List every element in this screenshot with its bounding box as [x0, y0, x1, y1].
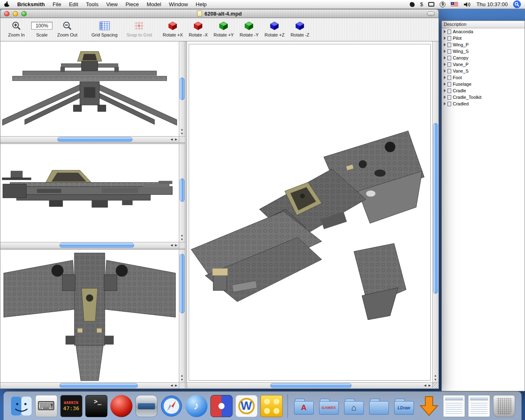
horizontal-scrollbar[interactable]: ◀▶ [0, 382, 179, 388]
zoom-button[interactable] [21, 11, 27, 16]
front-view[interactable] [0, 41, 179, 136]
disclosure-triangle-icon[interactable] [444, 43, 446, 46]
rotate-minus-y-button[interactable]: Rotate -Y [237, 20, 261, 37]
dock-keyboard-icon[interactable]: ⌨ [35, 395, 57, 417]
disclosure-triangle-icon[interactable] [444, 50, 446, 53]
drawer-item-wing-p[interactable]: Wing_P [442, 41, 525, 48]
description-column-header[interactable]: Description [442, 21, 525, 28]
side-view-pane[interactable]: ▲▼ ◀▶ [0, 144, 185, 248]
scrollbar-thumb[interactable] [59, 383, 138, 388]
drawer-item-vane-s[interactable]: Vane_S [442, 68, 525, 74]
scrollbar-thumb[interactable] [180, 178, 185, 202]
disclosure-triangle-icon[interactable] [444, 37, 446, 40]
horizontal-scrollbar[interactable]: ◀▶ [0, 242, 179, 248]
rotate-plus-x-button[interactable]: Rotate +X [161, 20, 185, 37]
vertical-scrollbar[interactable]: ▲▼ [179, 144, 185, 242]
dock-fink-can-icon[interactable] [135, 395, 158, 417]
vertical-scrollbar[interactable]: ▲▼ [432, 41, 438, 382]
dock-finder-icon[interactable] [10, 395, 32, 417]
scrollbar-thumb[interactable] [57, 137, 132, 142]
rotate-minus-x-button[interactable]: Rotate -X [186, 20, 210, 37]
dock-switch-app-icon[interactable] [210, 395, 233, 417]
disclosure-triangle-icon[interactable] [444, 56, 446, 59]
menu-file[interactable]: File [52, 1, 61, 7]
apple-menu-icon[interactable] [4, 1, 9, 7]
drawer-item-anaconda[interactable]: Anaconda [442, 28, 525, 35]
vertical-scrollbar[interactable]: ▲▼ [179, 250, 185, 382]
drawer-item-foot[interactable]: Foot [442, 74, 525, 81]
top-view[interactable] [0, 250, 179, 382]
dock-safari-icon[interactable] [160, 395, 183, 417]
input-flag-icon[interactable] [451, 2, 458, 7]
dock-download-arrow-icon[interactable] [418, 395, 440, 417]
dock-minimized-window-icon[interactable] [468, 395, 490, 417]
menu-edit[interactable]: Edit [69, 1, 78, 7]
menu-model[interactable]: Model [146, 1, 161, 7]
disclosure-triangle-icon[interactable] [444, 102, 446, 105]
scrollbar-thumb[interactable] [270, 383, 351, 388]
drawer-item-fuselage[interactable]: Fuselage [442, 81, 525, 87]
dock-terminal-icon[interactable]: >_ [85, 395, 107, 417]
drawer-item-pilot[interactable]: Pilot [442, 35, 525, 41]
disclosure-triangle-icon[interactable] [444, 89, 446, 92]
zoom-out-button[interactable]: Zoom Out [55, 20, 79, 37]
rotate-minus-z-button[interactable]: Rotate -Z [288, 20, 312, 37]
toolbar-toggle-button[interactable] [427, 11, 435, 16]
zoom-in-button[interactable]: Zoom In [5, 20, 28, 37]
scale-input[interactable]: 100% [31, 22, 52, 30]
scrollbar-thumb[interactable] [180, 254, 185, 313]
drawer-item-cradled[interactable]: Cradled [442, 100, 525, 107]
menu-bricksmith[interactable]: Bricksmith [17, 1, 45, 7]
spotlight-icon[interactable] [513, 0, 521, 8]
disclosure-triangle-icon[interactable] [444, 69, 446, 73]
classic-menu-extra-icon[interactable]: 9 [440, 2, 445, 7]
dock-folder-ldraw-icon[interactable]: LDraw [393, 395, 415, 417]
disclosure-triangle-icon[interactable] [444, 63, 446, 66]
menu-view[interactable]: View [106, 1, 118, 7]
horizontal-scrollbar[interactable]: ◀▶ [187, 382, 432, 388]
dock-bricksmith-icon[interactable] [260, 395, 283, 417]
side-view[interactable] [0, 144, 179, 242]
dock-folder-home-icon[interactable]: ⌂ [343, 395, 365, 417]
dock-w-app-icon[interactable]: W [235, 395, 258, 417]
menu-help[interactable]: Help [196, 1, 207, 7]
drawer-item-cradle-toolkit[interactable]: Cradle_Toolkit [442, 94, 525, 100]
dock-folder-games-icon[interactable]: GAMES [318, 395, 340, 417]
dock-itunes-icon[interactable]: ♪ [185, 395, 208, 417]
dock-folder-applications-icon[interactable]: A [293, 395, 315, 417]
dock-lcd-monitor-icon[interactable]: WARNIN47:36 [60, 395, 82, 417]
vertical-scrollbar[interactable]: ▲▼ [179, 41, 185, 136]
front-view-pane[interactable]: ▲▼ ◀▶ [0, 41, 185, 142]
rotate-plus-z-button[interactable]: Rotate +Z [262, 20, 286, 37]
drawer-item-vane-p[interactable]: Vane_P [442, 61, 525, 68]
minimize-button[interactable] [13, 11, 18, 16]
displays-menu-extra-icon[interactable] [428, 2, 434, 7]
drawer-item-wing-s[interactable]: Wing_S [442, 48, 525, 55]
scrollbar-thumb[interactable] [59, 243, 135, 248]
perspective-view[interactable] [189, 44, 431, 381]
scrollbar-thumb[interactable] [433, 123, 438, 294]
dock-trash-icon[interactable] [493, 395, 515, 417]
snap-to-grid-button[interactable]: Snap to Grid [127, 20, 152, 37]
disclosure-triangle-icon[interactable] [444, 76, 446, 79]
rotate-plus-y-button[interactable]: Rotate +Y [212, 20, 235, 37]
dock-red-app-icon[interactable] [110, 395, 132, 417]
close-button[interactable] [4, 11, 9, 16]
disclosure-triangle-icon[interactable] [444, 82, 446, 86]
grid-spacing-button[interactable]: Grid Spacing [91, 20, 118, 37]
menu-window[interactable]: Window [169, 1, 188, 7]
top-view-pane[interactable]: ▲▼ ◀▶ [0, 250, 185, 388]
script-menu-extra-icon[interactable]: $ [420, 1, 423, 7]
horizontal-scrollbar[interactable]: ◀▶ [0, 136, 179, 142]
document-proxy-icon[interactable] [197, 11, 202, 16]
drawer-item-cradle[interactable]: Cradle [442, 87, 525, 94]
disclosure-triangle-icon[interactable] [444, 30, 446, 33]
title-bar[interactable]: 6208-alt-4.mpd [0, 9, 439, 18]
menu-tools[interactable]: Tools [86, 1, 98, 7]
resize-grip[interactable] [432, 382, 438, 388]
volume-icon[interactable] [463, 2, 471, 7]
scrollbar-thumb[interactable] [180, 78, 185, 100]
dock-minimized-window-icon[interactable] [443, 395, 465, 417]
menu-piece[interactable]: Piece [126, 1, 139, 7]
main-view-pane[interactable]: ▲▼ ◀▶ [187, 41, 438, 388]
